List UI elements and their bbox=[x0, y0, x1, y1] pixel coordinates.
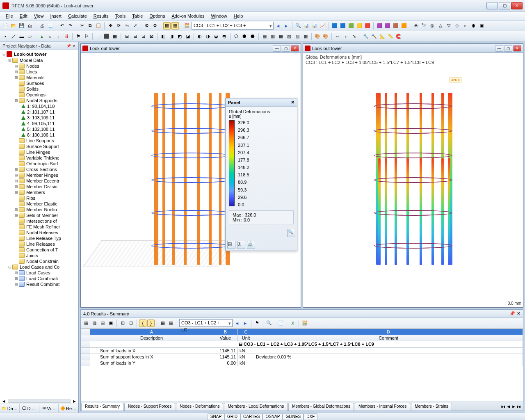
close-button[interactable]: ✕ bbox=[513, 45, 521, 52]
view-icon[interactable]: 👁 bbox=[412, 22, 420, 30]
menu-table[interactable]: Table bbox=[129, 13, 146, 19]
tree-item[interactable]: Line Releases bbox=[0, 241, 78, 247]
render-icon[interactable]: 🎨 bbox=[322, 33, 329, 40]
print-preview-icon[interactable]: 📃 bbox=[46, 22, 54, 30]
col-D[interactable]: D bbox=[254, 329, 523, 335]
menu-insert[interactable]: Insert bbox=[47, 13, 65, 19]
tree-item[interactable]: Nodal Constrain bbox=[0, 258, 78, 264]
menu-file[interactable]: File bbox=[2, 13, 16, 19]
tab-first-icon[interactable]: ⏮ bbox=[501, 404, 505, 409]
menu-edit[interactable]: Edit bbox=[16, 13, 31, 19]
col-A[interactable]: A bbox=[90, 329, 213, 335]
tree-item[interactable]: ⊞Nodes bbox=[0, 63, 78, 69]
menu-options[interactable]: Options bbox=[146, 13, 168, 19]
close-button[interactable]: ✕ bbox=[511, 2, 523, 9]
table-btn[interactable]: ▥ bbox=[91, 320, 98, 327]
line-icon[interactable]: ／ bbox=[10, 33, 17, 40]
results-icon[interactable]: 📈 bbox=[319, 22, 326, 30]
table-row[interactable]: Sum of support forces in X1145.11kNDevia… bbox=[81, 354, 523, 360]
table-btn[interactable]: ▦ bbox=[159, 320, 167, 327]
tree-support[interactable]: 1: 98,104,110 bbox=[0, 103, 78, 109]
nav-tab-data[interactable]: 📁Da… bbox=[0, 404, 20, 413]
menu-results[interactable]: Results bbox=[90, 13, 112, 19]
tool-icon[interactable]: ⬢ bbox=[241, 33, 248, 40]
hinge-icon[interactable]: ○ bbox=[46, 33, 54, 40]
tree-item[interactable]: Ribs bbox=[0, 195, 78, 201]
tree-item[interactable]: ⊞Members bbox=[0, 189, 78, 195]
node-icon[interactable]: • bbox=[2, 33, 9, 40]
module-icon[interactable]: 🟦 bbox=[331, 22, 338, 30]
tree-item[interactable]: Line Supports bbox=[0, 138, 78, 144]
select-icon[interactable]: ⬚ bbox=[95, 33, 102, 40]
tool-icon[interactable]: ⊡ bbox=[139, 33, 147, 40]
table2-icon[interactable]: ▦ bbox=[171, 22, 179, 30]
tool-icon[interactable]: 🧲 bbox=[395, 33, 402, 40]
col-B[interactable]: B bbox=[213, 329, 238, 335]
minimize-button[interactable]: — bbox=[486, 2, 498, 9]
render-icon[interactable]: 🎨 bbox=[314, 33, 321, 40]
rtab-members-strains[interactable]: Members - Strains bbox=[411, 403, 452, 411]
view-icon[interactable]: ◎ bbox=[429, 22, 436, 30]
tree-item[interactable]: ⊞Sets of Member bbox=[0, 212, 78, 218]
table-btn[interactable]: ⊟ bbox=[127, 320, 135, 327]
tool-icon[interactable]: ▨ bbox=[294, 33, 301, 40]
select-icon[interactable]: ⬛ bbox=[103, 33, 110, 40]
results-grid[interactable]: A B C D Description Value Unit Comment ⊟… bbox=[81, 329, 523, 402]
tool-icon[interactable]: ▥ bbox=[269, 33, 276, 40]
load-icon[interactable]: ↓ bbox=[55, 33, 62, 40]
table-btn[interactable]: ⊞ bbox=[119, 320, 126, 327]
tool-icon[interactable]: ◒ bbox=[212, 33, 220, 40]
support-icon[interactable]: ▲ bbox=[38, 33, 46, 40]
module-icon[interactable]: 🟫 bbox=[392, 22, 399, 30]
module-icon[interactable]: 🟩 bbox=[347, 22, 355, 30]
close-icon[interactable]: ✕ bbox=[291, 100, 294, 105]
tab-next-icon[interactable]: ► bbox=[511, 404, 516, 409]
tool-icon[interactable]: ◪ bbox=[184, 33, 192, 40]
module-icon[interactable]: 🟨 bbox=[356, 22, 363, 30]
calc-icon[interactable]: 🧮 bbox=[183, 22, 191, 30]
rtab-members-if[interactable]: Members - Internal Forces bbox=[355, 403, 410, 411]
nav-tab-results[interactable]: 🔶Re… bbox=[59, 404, 78, 413]
tool-icon[interactable]: ◨ bbox=[168, 33, 175, 40]
tree-item[interactable]: Orthotropic Surf bbox=[0, 161, 78, 167]
results-icon[interactable]: 📊 bbox=[303, 22, 310, 30]
tool-icon[interactable]: ▧ bbox=[285, 33, 293, 40]
close-icon[interactable]: ✕ bbox=[517, 311, 520, 316]
redo-icon[interactable]: ↷ bbox=[66, 22, 74, 30]
next-icon[interactable]: ► bbox=[242, 320, 249, 327]
nav-tab-views[interactable]: 👁Vi… bbox=[39, 404, 59, 413]
view-icon[interactable]: 🔭 bbox=[420, 22, 428, 30]
tool-icon[interactable]: 📏 bbox=[387, 33, 394, 40]
tree-item[interactable]: ⊞Member Eccentr bbox=[0, 178, 78, 184]
tree-item[interactable]: ⊞Load Cases bbox=[0, 270, 78, 276]
zoom-icon[interactable]: 🔍 bbox=[287, 229, 295, 237]
calc-icon[interactable]: 🧮 bbox=[301, 320, 308, 327]
col-value[interactable]: Value bbox=[213, 335, 238, 341]
pin-icon[interactable]: 📌 bbox=[509, 311, 515, 316]
tool-icon[interactable]: ▦ bbox=[277, 33, 285, 40]
results-icon[interactable]: 📊 bbox=[311, 22, 318, 30]
col-unit[interactable]: Unit bbox=[238, 335, 254, 341]
undo-icon[interactable]: ↶ bbox=[58, 22, 66, 30]
tool-icon[interactable]: 🔧 bbox=[362, 33, 370, 40]
rtab-members-local[interactable]: Members - Local Deformations bbox=[224, 403, 288, 411]
rotate-icon[interactable]: ⟳ bbox=[115, 22, 122, 30]
next-icon[interactable]: ► bbox=[283, 22, 290, 30]
maximize-button[interactable]: ▢ bbox=[282, 45, 290, 52]
panel-btn-3[interactable]: 🔬 bbox=[247, 241, 255, 249]
tree-item[interactable]: ⊞Result Combinat bbox=[0, 281, 78, 287]
module-icon[interactable]: 🟦 bbox=[339, 22, 347, 30]
status-dxf[interactable]: DXF bbox=[304, 413, 317, 420]
tool-icon[interactable]: 📐 bbox=[379, 33, 386, 40]
tool-icon[interactable]: ◐ bbox=[196, 33, 203, 40]
tool-icon[interactable]: ⊞ bbox=[123, 33, 130, 40]
module-icon[interactable]: 🟪 bbox=[384, 22, 391, 30]
status-osnap[interactable]: OSNAP bbox=[262, 413, 283, 420]
maximize-button[interactable]: ▢ bbox=[499, 2, 510, 9]
tree-item[interactable]: Nodal Releases bbox=[0, 230, 78, 235]
tree-item[interactable]: Connection of T bbox=[0, 247, 78, 253]
table-btn[interactable]: ▦ bbox=[167, 320, 175, 327]
load-icon[interactable]: ⇊ bbox=[63, 33, 70, 40]
tree-support[interactable]: 3: 103,109,11 bbox=[0, 115, 78, 121]
tool-icon[interactable]: ⚑ bbox=[75, 33, 82, 40]
